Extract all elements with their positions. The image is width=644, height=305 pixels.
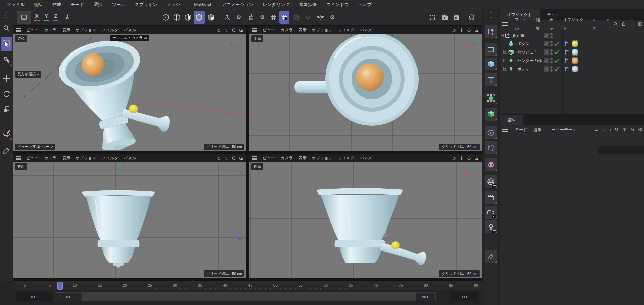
menu-item-2[interactable]: 作成 (48, 0, 66, 9)
object-row-megaphone[interactable]: − 拡声器 (500, 31, 644, 40)
lock-icon[interactable] (630, 127, 635, 132)
enabled-check-icon[interactable] (554, 49, 559, 55)
vp4-menu-item-5[interactable]: パネル (357, 154, 375, 162)
vp1-menu-item-2[interactable]: 表示 (59, 26, 73, 34)
menu-item-7[interactable]: メッシュ (162, 0, 189, 9)
axis-settings-button[interactable]: ⚙ (233, 11, 244, 24)
falloff-settings-button[interactable]: ⚙ (303, 11, 313, 24)
expand-toggle[interactable]: + (503, 59, 507, 62)
texture-mode-button[interactable] (206, 11, 216, 24)
snap-settings-button[interactable]: ⚙ (257, 11, 268, 24)
collapse-toggle[interactable]: − (500, 34, 504, 37)
viewport-menu-icon[interactable] (252, 156, 257, 160)
orbit-icon[interactable] (231, 28, 236, 33)
search-icon[interactable] (613, 21, 618, 27)
add-generator-cube-button[interactable] (485, 108, 497, 121)
z-axis-lock-button[interactable]: Z (51, 11, 60, 24)
render-settings-button[interactable] (451, 11, 462, 24)
spline-pen-tool-button[interactable] (1, 126, 12, 140)
parent-up-icon[interactable]: ↑ (609, 127, 612, 132)
menu-item-0[interactable]: ファイル (2, 0, 29, 9)
menu-item-6[interactable]: スプライン (130, 0, 162, 9)
add-stage-button[interactable] (485, 191, 497, 204)
history-forward-icon[interactable]: → (602, 127, 606, 132)
vp3-menu-item-3[interactable]: オプション (73, 154, 99, 162)
editor-visibility-dot[interactable] (550, 58, 553, 60)
menu-item-13[interactable]: ヘルプ (354, 0, 377, 9)
toggle-view-icon[interactable] (239, 28, 244, 33)
tab-attributes[interactable]: 属性 (500, 115, 523, 125)
falloff-button[interactable] (291, 11, 302, 24)
pan-hand-icon[interactable] (216, 156, 221, 161)
search-icon[interactable] (614, 127, 619, 132)
add-camera-button[interactable]: ST (485, 206, 497, 219)
menu-item-12[interactable]: ウインドウ (321, 0, 354, 9)
enabled-check-icon[interactable] (554, 41, 559, 46)
filter-icon[interactable] (629, 21, 635, 27)
layer-toggle[interactable] (544, 41, 549, 46)
attr-menu-item-0[interactable]: モード (512, 125, 530, 134)
add-workplane-button[interactable] (485, 141, 497, 154)
edge-mode-button[interactable] (171, 11, 182, 24)
phong-tag-icon[interactable] (564, 58, 570, 64)
render-visibility-dot[interactable] (550, 61, 553, 63)
home-icon[interactable] (621, 21, 626, 27)
editor-visibility-dot[interactable] (550, 33, 553, 35)
menu-item-8[interactable]: MoGraph (189, 0, 217, 9)
coordinate-system-button[interactable] (62, 11, 73, 24)
vp4-menu-item-0[interactable]: ビュー (260, 154, 278, 162)
enabled-check-icon[interactable] (554, 58, 559, 63)
vp2-menu-item-3[interactable]: オプション (309, 26, 335, 34)
expand-toggle[interactable]: + (503, 50, 507, 54)
polygon-mode-button[interactable] (183, 11, 193, 24)
render-visibility-dot[interactable] (550, 69, 553, 72)
orbit-icon[interactable] (467, 156, 472, 161)
vp1-menu-item-5[interactable]: パネル (121, 26, 139, 34)
material-manager-button[interactable] (466, 11, 477, 24)
add-light-button[interactable]: ST (485, 220, 497, 233)
rotate-tool-button[interactable] (1, 87, 12, 101)
vp3-menu-item-5[interactable]: パネル (121, 154, 139, 162)
menu-item-3[interactable]: モード (66, 0, 89, 9)
attr-menu-item-1[interactable]: 編集 (530, 125, 545, 134)
phong-tag-icon[interactable] (564, 66, 570, 72)
phong-tag-icon[interactable] (564, 41, 570, 47)
object-row-center-rod[interactable]: + センターの棒 (500, 57, 644, 65)
expand-toggle[interactable]: + (503, 67, 507, 71)
move-tool-button[interactable] (1, 71, 12, 85)
add-metaball-button[interactable] (485, 126, 497, 139)
material-tag-blue[interactable] (572, 66, 578, 72)
vp2-menu-item-4[interactable]: フィルタ (335, 26, 357, 34)
layer-toggle[interactable] (544, 49, 549, 55)
render-visibility-dot[interactable] (550, 44, 553, 46)
viewport-menu-icon[interactable] (16, 156, 21, 160)
dolly-icon[interactable] (224, 28, 229, 33)
add-text-button[interactable] (485, 73, 497, 86)
vp4-menu-item-2[interactable]: 表示 (295, 154, 309, 162)
menu-item-10[interactable]: レンダリング (258, 0, 294, 9)
material-tag-blue[interactable] (572, 49, 578, 56)
search-commands-button[interactable] (1, 21, 12, 35)
point-mode-button[interactable] (160, 11, 171, 24)
end-frame-field[interactable]: 90 F (451, 292, 478, 301)
current-frame-field[interactable]: 0 F (16, 292, 52, 301)
vp2-menu-item-5[interactable]: パネル (357, 26, 375, 34)
viewport-menu-icon[interactable] (252, 28, 257, 32)
vp2-menu-item-2[interactable]: 表示 (295, 26, 309, 34)
pan-hand-icon[interactable] (452, 156, 457, 161)
material-tag-orange[interactable] (572, 57, 578, 64)
object-row-button[interactable]: ボタン (500, 40, 644, 48)
target-icon[interactable] (638, 127, 643, 132)
vp1-menu-item-3[interactable]: オプション (73, 26, 99, 34)
add-null-button[interactable] (485, 25, 497, 38)
attr-menu-item-2[interactable]: ユーザーデータ (545, 125, 579, 134)
paint-tool-button[interactable] (485, 250, 497, 263)
dolly-icon[interactable] (459, 156, 464, 161)
strip-grip[interactable] (489, 12, 493, 19)
viewport-right-canvas[interactable]: Y X 右面 グリッド間隔 : 50 cm (13, 162, 246, 278)
attributes-empty-field[interactable] (597, 146, 644, 154)
layer-toggle[interactable] (544, 66, 549, 72)
viewport-menu-icon[interactable] (16, 28, 21, 32)
layer-toggle[interactable] (544, 58, 549, 63)
vp3-menu-item-4[interactable]: フィルタ (99, 154, 121, 162)
